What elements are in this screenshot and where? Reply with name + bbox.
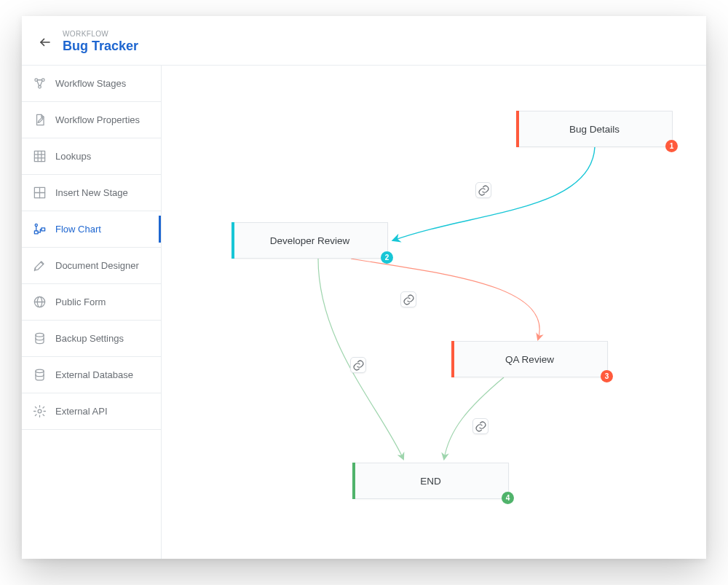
sidebar-item-label: Flow Chart (55, 224, 101, 235)
node-index-badge: 1 (665, 140, 678, 152)
connector-link-icon[interactable] (475, 182, 491, 198)
page-title: Bug Tracker (63, 39, 138, 54)
node-label: Developer Review (270, 235, 350, 246)
globe-icon (32, 295, 47, 310)
node-label: QA Review (505, 354, 554, 365)
node-label: Bug Details (569, 124, 620, 135)
sidebar-item-label: Public Form (55, 297, 106, 307)
flowchart-icon (32, 222, 47, 237)
connector-link-icon[interactable] (350, 357, 366, 373)
nodes-icon (32, 76, 47, 91)
svg-point-19 (35, 369, 43, 372)
sidebar-item-workflow-stages[interactable]: Workflow Stages (22, 66, 161, 102)
design-icon (32, 259, 47, 273)
node-index-badge: 2 (381, 251, 393, 264)
sidebar-item-label: Document Designer (55, 260, 139, 271)
node-label: END (420, 476, 441, 487)
svg-point-20 (38, 409, 41, 413)
gear-icon (32, 404, 47, 419)
header-overline: WORKFLOW (63, 30, 138, 38)
backup-icon (32, 331, 47, 346)
sidebar-item-public-form[interactable]: Public Form (22, 284, 161, 321)
sidebar-item-backup-settings[interactable]: Backup Settings (22, 321, 161, 357)
connector-link-icon[interactable] (400, 291, 416, 307)
flow-node-qa-review[interactable]: QA Review3 (451, 341, 608, 377)
svg-rect-14 (41, 228, 44, 231)
header: WORKFLOW Bug Tracker (22, 16, 706, 66)
sidebar-item-flow-chart[interactable]: Flow Chart (22, 211, 161, 248)
edit-doc-icon (32, 113, 47, 127)
connector-link-icon[interactable] (472, 418, 488, 434)
node-color-bar (352, 463, 355, 499)
flow-node-bug-details[interactable]: Bug Details1 (516, 111, 673, 147)
flow-node-developer-review[interactable]: Developer Review2 (232, 222, 388, 259)
sidebar: Workflow StagesWorkflow PropertiesLookup… (22, 66, 162, 559)
sidebar-item-external-api[interactable]: External API (22, 393, 161, 430)
sidebar-item-label: External Database (55, 369, 133, 380)
sidebar-item-label: Workflow Stages (55, 78, 126, 89)
node-index-badge: 3 (601, 370, 613, 382)
sidebar-item-workflow-properties[interactable]: Workflow Properties (22, 102, 161, 138)
sidebar-item-label: Lookups (55, 151, 91, 162)
sidebar-item-label: External API (55, 406, 108, 417)
sidebar-item-document-designer[interactable]: Document Designer (22, 248, 161, 284)
flow-node-end[interactable]: END4 (352, 463, 509, 499)
sidebar-item-label: Insert New Stage (55, 187, 128, 198)
app-frame: WORKFLOW Bug Tracker Workflow StagesWork… (22, 16, 706, 559)
sidebar-item-label: Backup Settings (55, 333, 124, 344)
node-index-badge: 4 (502, 492, 514, 504)
back-button[interactable] (38, 35, 52, 50)
node-color-bar (516, 111, 519, 147)
svg-rect-4 (34, 151, 44, 161)
sidebar-item-label: Workflow Properties (55, 114, 140, 125)
node-color-bar (232, 222, 234, 259)
flowchart-canvas[interactable]: Bug Details1Developer Review2QA Review3E… (162, 66, 706, 559)
sidebar-item-lookups[interactable]: Lookups (22, 138, 161, 175)
sidebar-item-insert-new-stage[interactable]: Insert New Stage (22, 175, 161, 211)
sidebar-item-external-database[interactable]: External Database (22, 357, 161, 393)
database-icon (32, 368, 47, 382)
svg-point-18 (35, 333, 43, 337)
cells-icon (32, 186, 47, 200)
node-color-bar (451, 341, 454, 377)
grid-icon (32, 149, 47, 164)
